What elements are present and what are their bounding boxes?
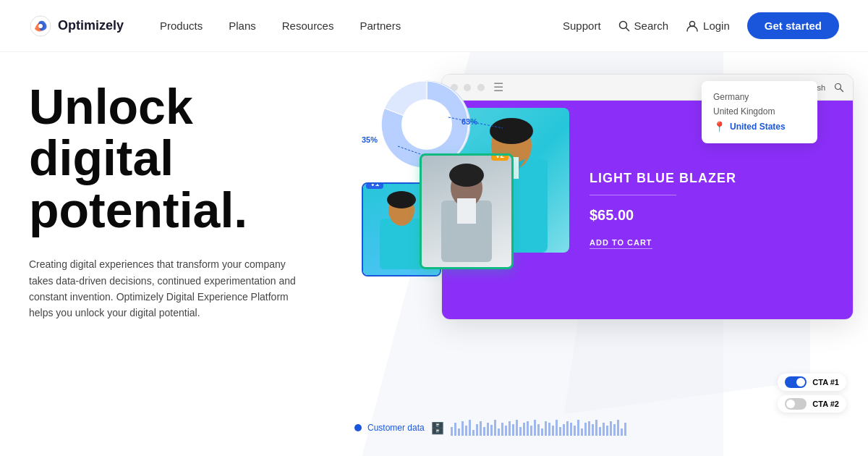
pie-label-35: 35% — [362, 135, 378, 144]
customer-dot — [354, 424, 362, 431]
search-icon-small[interactable] — [834, 83, 844, 93]
v2-image — [422, 156, 511, 267]
user-icon — [686, 20, 699, 33]
v2-label: V2 — [491, 153, 509, 161]
cta-toggles: CTA #1 CTA #2 — [778, 373, 846, 413]
nav-link-products[interactable]: Products — [160, 20, 203, 32]
cta-toggle-1[interactable]: CTA #1 — [778, 373, 846, 391]
logo-icon — [29, 14, 52, 38]
svg-rect-21 — [457, 198, 476, 224]
location-dropdown[interactable]: Germany United Kingdom 📍 United States — [702, 81, 817, 143]
search-icon — [618, 20, 630, 32]
support-link[interactable]: Support — [563, 20, 601, 32]
svg-point-1 — [38, 24, 43, 28]
login-label: Login — [703, 20, 730, 32]
svg-rect-15 — [380, 219, 423, 269]
nav-links: Products Plans Resources Partners — [160, 20, 563, 32]
v2-person — [427, 161, 506, 262]
logo[interactable]: Optimizely — [29, 14, 124, 38]
customer-data-bar: Customer data 🗄️ — [354, 420, 626, 436]
svg-point-17 — [387, 191, 416, 208]
hero-description: Creating digital experiences that transf… — [29, 256, 304, 321]
nav-link-partners[interactable]: Partners — [359, 20, 401, 32]
svg-line-3 — [626, 28, 629, 30]
hero-right: Germany United Kingdom 📍 United States ☰ — [333, 52, 839, 456]
location-us[interactable]: 📍 United States — [713, 119, 806, 135]
get-started-button[interactable]: Get started — [747, 12, 839, 39]
search-label: Search — [634, 20, 669, 32]
svg-point-20 — [449, 164, 484, 187]
product-info: LIGHT BLUE BLAZER $65.00 ADD TO CART — [590, 171, 835, 249]
logo-text: Optimizely — [58, 18, 124, 33]
add-to-cart-button[interactable]: ADD TO CART — [590, 238, 652, 249]
toggle-off-icon[interactable] — [785, 398, 807, 410]
hero-left: Unlock digital potential. Creating digit… — [29, 52, 333, 456]
toggle-on-icon[interactable] — [785, 376, 807, 388]
search-button[interactable]: Search — [618, 20, 669, 32]
cta-1-label: CTA #1 — [812, 378, 839, 387]
nav-link-plans[interactable]: Plans — [229, 20, 256, 32]
database-icon: 🗄️ — [430, 421, 445, 435]
login-button[interactable]: Login — [686, 20, 730, 33]
cta-toggle-2[interactable]: CTA #2 — [778, 395, 846, 413]
hero-title: Unlock digital potential. — [29, 81, 333, 236]
location-uk[interactable]: United Kingdom — [713, 104, 806, 119]
pie-label-63: 63% — [461, 117, 477, 126]
v1-label: V1 — [366, 182, 383, 189]
v2-panel: V2 — [420, 153, 514, 269]
pin-icon: 📍 — [713, 121, 726, 132]
navigation: Optimizely Products Plans Resources Part… — [0, 0, 868, 52]
hero-section: Unlock digital potential. Creating digit… — [0, 52, 868, 456]
location-germany[interactable]: Germany — [713, 90, 806, 104]
nav-right: Support Search Login Get started — [563, 12, 839, 39]
nav-link-resources[interactable]: Resources — [282, 20, 334, 32]
svg-line-6 — [841, 88, 843, 91]
product-title: LIGHT BLUE BLAZER — [590, 171, 835, 186]
product-price: $65.00 — [590, 207, 835, 224]
customer-data-label: Customer data — [367, 423, 425, 433]
cta-2-label: CTA #2 — [812, 400, 839, 408]
data-bars — [451, 420, 626, 436]
product-divider — [590, 195, 676, 195]
